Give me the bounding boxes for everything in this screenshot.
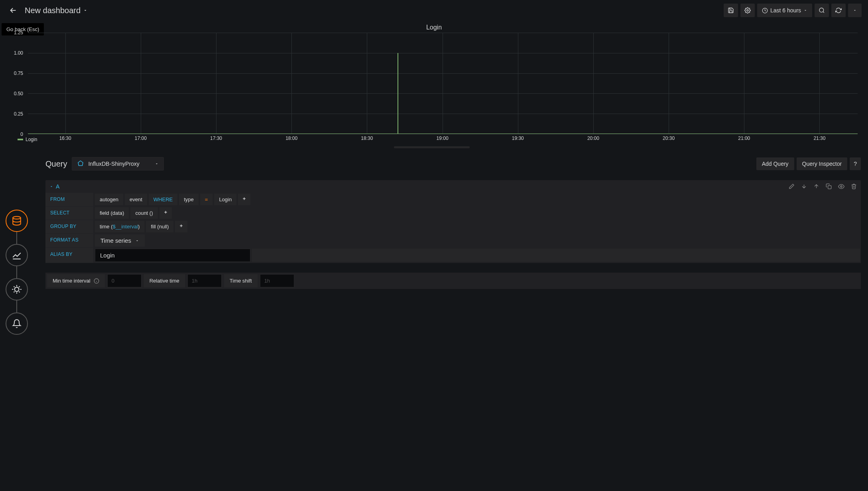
time-range-picker[interactable]: Last 6 hours (757, 4, 812, 17)
select-agg-segment[interactable]: count () (130, 207, 157, 219)
chevron-down-icon (135, 239, 139, 243)
time-range-label: Last 6 hours (770, 7, 801, 14)
x-tick: 18:00 (285, 136, 297, 141)
chart-spike (398, 53, 398, 134)
y-axis: 0 0.25 0.50 0.75 1.00 1.25 (6, 33, 26, 134)
svg-point-0 (747, 10, 748, 11)
x-tick: 20:30 (663, 136, 675, 141)
select-field-segment[interactable]: field (data) (95, 207, 129, 219)
relative-time-label: Relative time (144, 274, 185, 287)
arrow-up-icon (813, 183, 819, 189)
arrow-down-icon (801, 183, 807, 189)
query-options-row: Min time interval 0 Relative time 1h Tim… (45, 273, 861, 289)
x-tick: 19:00 (437, 136, 449, 141)
where-add-button[interactable] (238, 194, 250, 205)
trash-icon (851, 183, 857, 189)
query-help-button[interactable]: ? (850, 157, 861, 170)
query-editor-header: Query InfluxDB-ShinyProxy Add Query Quer… (45, 154, 861, 174)
save-icon (728, 7, 734, 14)
dashboard-title-dropdown[interactable]: New dashboard (25, 6, 88, 15)
zoom-out-button[interactable] (815, 4, 829, 17)
groupby-time-segment[interactable]: time ($__interval) (95, 221, 144, 232)
svg-marker-6 (78, 161, 83, 166)
arrow-left-icon (9, 6, 18, 15)
refresh-interval-dropdown[interactable] (848, 4, 862, 17)
select-add-button[interactable] (159, 207, 172, 219)
duplicate-query-button[interactable] (826, 183, 832, 190)
tab-alert[interactable] (6, 312, 28, 335)
groupby-add-button[interactable] (175, 221, 187, 232)
top-toolbar-right: Last 6 hours (724, 4, 862, 17)
chevron-down-icon (49, 185, 53, 189)
x-tick: 20:00 (587, 136, 599, 141)
format-label: FORMAT AS (45, 234, 93, 248)
move-query-down-button[interactable] (801, 183, 807, 190)
plus-icon (242, 196, 246, 201)
chart-plot[interactable]: 0 0.25 0.50 0.75 1.00 1.25 (6, 33, 858, 134)
clock-icon (762, 8, 768, 14)
tab-visualization[interactable] (6, 244, 28, 266)
bell-icon (12, 319, 22, 328)
add-query-button[interactable]: Add Query (756, 157, 794, 170)
svg-point-8 (840, 186, 842, 187)
toggle-query-visibility-button[interactable] (838, 183, 844, 190)
chevron-down-icon (853, 8, 857, 12)
editor-tab-rail (6, 210, 28, 335)
chart-area: 0 0.25 0.50 0.75 1.00 1.25 (0, 33, 868, 152)
select-label: SELECT (45, 206, 93, 220)
resize-handle[interactable] (394, 146, 470, 148)
where-value-segment[interactable]: Login (214, 194, 236, 205)
remove-query-button[interactable] (851, 183, 857, 190)
eye-icon (838, 183, 844, 190)
groupby-label: GROUP BY (45, 220, 93, 234)
datasource-picker[interactable]: InfluxDB-ShinyProxy (72, 157, 163, 171)
query-collapse-toggle[interactable]: A (49, 183, 59, 190)
x-axis: 16:30 17:00 17:30 18:00 18:30 19:00 19:3… (28, 136, 858, 143)
format-select[interactable]: Time series (95, 234, 145, 247)
x-tick: 21:00 (738, 136, 750, 141)
where-op-segment[interactable]: = (200, 194, 213, 205)
relative-time-input[interactable]: 1h (187, 274, 222, 287)
svg-rect-7 (828, 186, 831, 189)
query-editor: Query InfluxDB-ShinyProxy Add Query Quer… (45, 154, 861, 289)
from-label: FROM (45, 193, 93, 206)
refresh-button[interactable] (831, 4, 846, 17)
row-filler (189, 221, 860, 232)
query-letter: A (56, 183, 59, 190)
back-button[interactable] (6, 4, 20, 17)
query-inspector-button[interactable]: Query Inspector (797, 157, 848, 170)
from-measurement-segment[interactable]: event (125, 194, 147, 205)
chevron-down-icon (83, 8, 88, 13)
tab-queries[interactable] (6, 210, 28, 232)
copy-icon (826, 183, 832, 189)
move-query-up-button[interactable] (813, 183, 819, 190)
min-interval-input[interactable]: 0 (107, 274, 142, 287)
where-key-segment[interactable]: type (179, 194, 199, 205)
query-row-actions (789, 183, 857, 190)
x-tick: 18:30 (361, 136, 373, 141)
min-interval-label: Min time interval (47, 274, 105, 287)
save-dashboard-button[interactable] (724, 4, 738, 17)
chevron-down-icon (155, 162, 159, 166)
toggle-text-edit-button[interactable] (789, 183, 795, 190)
time-shift-input[interactable]: 1h (260, 274, 294, 287)
row-filler (252, 194, 860, 205)
x-tick: 17:00 (135, 136, 147, 141)
datasource-name: InfluxDB-ShinyProxy (88, 161, 139, 167)
info-icon[interactable] (94, 278, 99, 284)
from-policy-segment[interactable]: autogen (95, 194, 123, 205)
svg-line-3 (823, 12, 824, 13)
settings-button[interactable] (740, 4, 755, 17)
tab-general[interactable] (6, 278, 28, 300)
query-a-box: A FROM autogen event WHERE type = (45, 180, 861, 263)
query-header-row: A (45, 180, 861, 193)
refresh-icon (835, 7, 842, 14)
groupby-fill-segment[interactable]: fill (null) (146, 221, 173, 232)
plus-icon (179, 224, 183, 228)
panel-title[interactable]: Login (426, 24, 442, 31)
chart-baseline (28, 134, 858, 134)
alias-input[interactable]: Login (95, 249, 250, 262)
svg-point-4 (13, 216, 21, 219)
top-toolbar: New dashboard Last 6 hours (0, 0, 868, 21)
query-section-title: Query (45, 159, 67, 169)
